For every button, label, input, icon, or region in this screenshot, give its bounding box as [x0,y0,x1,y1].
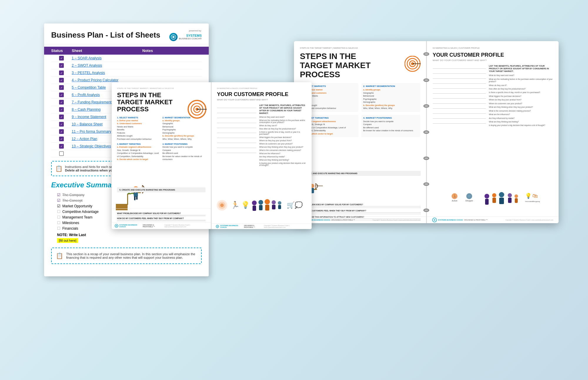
fg-q-line [117,221,206,221]
step-market-positioning: 4. MARKET POSITIONING Decide how you wan… [361,115,420,137]
info-text: This section is a recap of your overall … [66,252,197,259]
ring [423,104,429,108]
step-items: a. Identify groups GeographicBehavioural… [363,88,418,110]
col-notes: Notes [142,48,202,53]
fg-cp-q: What are the influences? [259,152,306,154]
people-illustrations: 🏃 Active 🛒 Shopper [427,190,559,217]
fg-step-1: 1. SELECT MARKETS a. Define your market … [117,117,160,141]
step-title: 2. MARKET SEGMENTATION [363,85,418,88]
fg-customer-subtitle: WHAT DO YOUR CUSTOMERS WANT AND WHY? [217,98,306,101]
sheet-link[interactable]: 2 – SWOT Analysis [72,63,142,68]
fg-step-3: 3. MARKET TARGETING a. Evaluate segment … [117,143,160,161]
check-cell: ✓ [51,85,72,90]
col-sheet: Sheet [72,48,142,53]
checkmark: ✓ [59,107,64,112]
footer-tagline: ORGANISED & PROFITABLE ™ [464,219,488,221]
fg-steps-grid: 1. SELECT MARKETS a. Define your market … [117,117,206,161]
fg-cp-questions: LIST THE BENEFITS, FEATURES, ATTRIBUTES … [259,104,306,167]
check-cell: ✓ [51,115,72,119]
fg-right-page: 04 MARKETING & SALES | CUSTOMER PROFILE … [212,82,312,229]
ring [423,130,429,134]
book-title: STEPS IN THETARGET MARKETPROCESS [300,52,420,79]
svg-text:Active: Active [452,200,457,202]
fg-cp-q: Where do customers use your product? [259,143,306,145]
fg-cp-q: When do they use it? [259,125,306,127]
svg-text:Shopper: Shopper [465,200,473,202]
svg-point-29 [508,193,512,197]
fg-step-num: 3. MARKET TARGETING [117,143,160,145]
profile-question: What are they thinking and feeling? [489,121,553,123]
profile-question: What are the motivating factors in the p… [489,78,553,83]
checkmark: ✓ [59,144,64,149]
cp-line [433,105,486,109]
check-cell: ✓ [51,78,72,83]
logo-area: powered by: SYSTEMS BUSINESS COACH® [169,29,202,41]
foreground-page: STEPS IN THE TARGET MARKET | MARKETING &… [112,82,312,229]
fg-create-box: 5. CREATE AND EXECUTE MARKETING MIX PROG… [117,187,206,192]
fg-step-text: a. Define your market b. Understand cust… [117,119,160,141]
cp-line [217,114,256,118]
svg-text:💭: 💭 [295,201,303,209]
cp-line [217,129,256,133]
profile-intro: LIST THE BENEFITS, FEATURES, ATTRIBUTES … [489,65,553,73]
profile-question: Are they influenced by media? [489,117,553,120]
profile-question: What do they want and need? [489,74,553,77]
book-left-page: STEPS IN THE TARGET MARKET | MARKETING &… [294,41,427,223]
fg-q-line [117,220,206,220]
fg-cp-q: Are they influenced by media? [259,156,306,158]
svg-text:💡: 💡 [525,193,532,199]
fg-breadcrumb: STEPS IN THE TARGET MARKET | MARKETING &… [117,88,206,89]
checkmark: ✓ [59,122,64,127]
svg-rect-64 [253,206,256,211]
checkmark: ✓ [59,100,64,105]
svg-rect-68 [265,205,269,211]
book-rings [422,41,431,223]
svg-rect-70 [272,205,275,209]
svg-text:🛍: 🛍 [532,193,538,199]
company-name: SYSTEMS [179,34,202,37]
profile-questions: LIST THE BENEFITS, FEATURES, ATTRIBUTES … [489,65,553,128]
sheet-link[interactable]: 1 – SOAR Analysis [72,56,142,60]
fg-step-num: 4. MARKET POSITIONING [163,143,206,145]
check-cell: ✓ [51,56,72,60]
cp-line [433,95,486,99]
table-row: ✓ 2 – SWOT Analysis [51,62,202,69]
fg-cp-q: What is the consumers decision making pr… [259,149,306,151]
svg-point-63 [252,201,257,205]
fg-step-num: 1. SELECT MARKETS [117,117,160,119]
fg-q-line [117,216,206,216]
customer-profile-subtitle: WHAT DO YOUR CUSTOMERS WANT AND WHY? [433,59,553,62]
open-book: STEPS IN THE TARGET MARKET | MARKETING &… [294,41,559,223]
svg-text:Shopping: Shopping [532,201,540,202]
svg-rect-32 [515,198,518,203]
checkmark: ✓ [59,137,64,141]
sheet-header: powered by: SYSTEMS BUSINESS COACH® [44,23,209,44]
footer-copyright: Copyright © Systems Business Coach | www… [505,219,553,221]
fg-cp-q: Is buying your product a big decision th… [259,162,306,166]
profile-question: What is the consumers decision making pr… [489,110,553,112]
fg-right-footer-logo: SYSTEMS BUSINESS COACH ORGANISED & PROFI… [216,225,264,228]
check-cell: ✓ [51,70,72,75]
fg-cp-q: What are they thinking and feeling? [259,159,306,161]
footer-tagline: ORGANISED & PROFITABLE ™ [331,219,355,221]
profile-question: What are they thinking when they buy you… [489,106,553,108]
customer-profile-title: YOUR CUSTOMER PROFILE [433,52,553,58]
cp-line [433,80,486,84]
book-footer-right: SYSTEMS BUSINESS COACH ORGANISED & PROFI… [427,216,559,223]
fg-step-4: 4. MARKET POSITIONING Decide how you wan… [163,143,206,161]
sheet-link[interactable]: 4 – Product Pricing Calculator [72,78,142,82]
checkmark: ✓ [59,85,64,90]
svg-point-39 [434,220,435,220]
svg-rect-72 [278,205,281,209]
footer-copyright: Copyright © Systems Business Coach | www… [373,219,421,221]
footer-logo: SYSTEMS BUSINESS COACH ORGANISED & PROFI… [432,218,488,222]
checkmark: ✓ [59,115,64,119]
sheet-link[interactable]: 3 – PESTEL Analysis [72,71,142,75]
cp-line [433,65,486,69]
svg-rect-43 [134,196,136,200]
svg-text:🛒: 🛒 [287,201,295,209]
table-header: Status Sheet Notes [44,47,209,55]
profile-question: What triggers the purchase decisions? [489,95,553,97]
check-cell: ✓ [51,107,72,112]
cp-line [217,124,256,128]
